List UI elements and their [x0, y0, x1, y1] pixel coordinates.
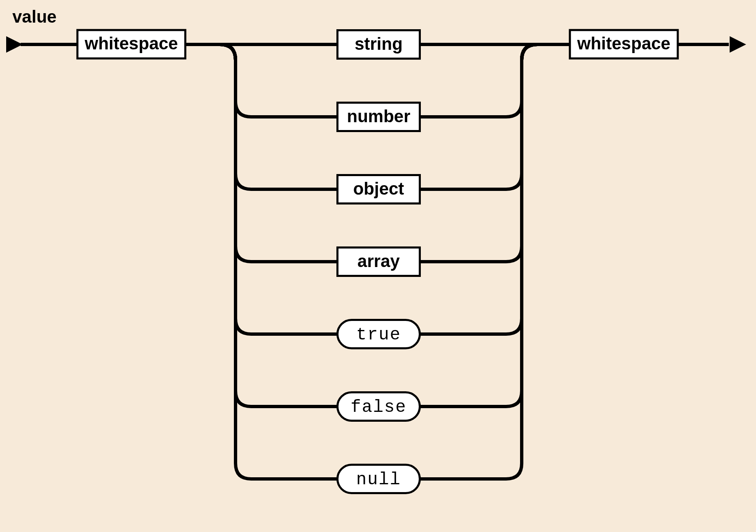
- alt-node-string: string: [338, 30, 420, 59]
- alt-label: array: [357, 251, 400, 271]
- branch-right: [420, 44, 538, 262]
- railroad-diagram: value whitespace whitespace stringnumber…: [0, 0, 756, 532]
- branch-left: [220, 44, 338, 117]
- lead-whitespace-node: whitespace: [77, 30, 185, 58]
- alt-node-array: array: [338, 248, 420, 276]
- trail-whitespace-label: whitespace: [577, 34, 670, 53]
- alt-label: string: [355, 34, 403, 53]
- end-arrow-icon: [730, 36, 746, 53]
- start-arrow-icon: [6, 36, 23, 53]
- branch-right: [420, 44, 538, 117]
- alt-label: true: [356, 325, 401, 345]
- alt-node-number: number: [338, 103, 420, 131]
- rule-title: value: [12, 7, 56, 26]
- lead-whitespace-label: whitespace: [84, 34, 178, 53]
- branch-left: [220, 44, 338, 407]
- trail-whitespace-node: whitespace: [570, 30, 678, 58]
- branch-left: [220, 44, 338, 262]
- alt-node-object: object: [338, 175, 420, 204]
- alt-node-true: true: [338, 320, 420, 348]
- alternatives-group: stringnumberobjectarraytruefalsenull: [220, 30, 537, 493]
- alt-label: false: [350, 397, 406, 417]
- alt-node-false: false: [338, 393, 420, 421]
- alt-label: number: [347, 107, 410, 126]
- alt-label: null: [356, 470, 401, 490]
- alt-label: object: [353, 179, 404, 198]
- alt-node-null: null: [338, 465, 420, 493]
- branch-right: [420, 44, 538, 407]
